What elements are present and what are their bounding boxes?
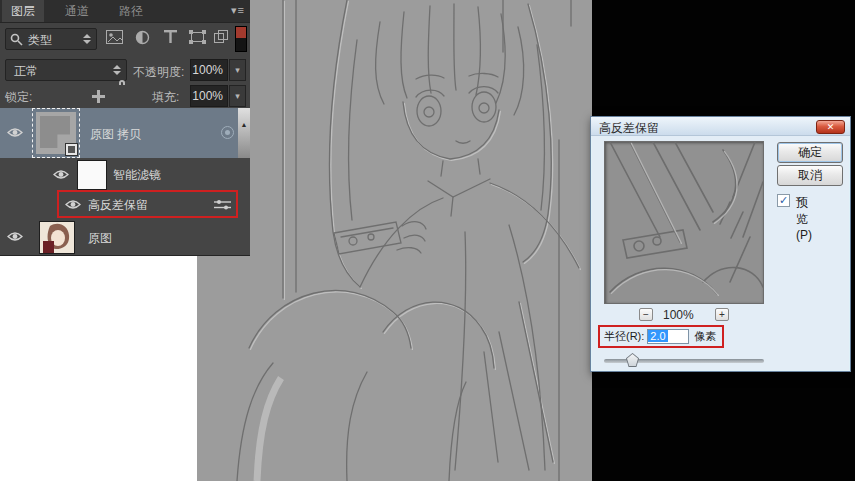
layer-name[interactable]: 智能滤镜: [113, 167, 161, 184]
tab-paths[interactable]: 路径: [110, 0, 152, 22]
filter-adjustment-layers-icon[interactable]: [135, 30, 150, 45]
eye-icon[interactable]: [53, 169, 69, 180]
tab-channels[interactable]: 通道: [56, 0, 98, 22]
radius-input[interactable]: 2.0: [647, 329, 689, 344]
filter-type-dropdown[interactable]: 类型: [5, 28, 97, 50]
high-pass-dialog: 高反差保留 ✕ − 100% +: [590, 116, 851, 372]
filter-shape-layers-icon[interactable]: [189, 30, 206, 44]
opacity-caret-icon[interactable]: ▾: [229, 59, 246, 81]
layer-thumbnail[interactable]: [39, 221, 75, 254]
highpass-artwork: [197, 0, 592, 481]
opacity-value[interactable]: 100%: [190, 59, 228, 81]
smart-object-badge-icon: [65, 143, 78, 156]
eye-icon[interactable]: [7, 127, 23, 138]
radius-slider-thumb[interactable]: [626, 353, 639, 367]
filter-smart-objects-icon[interactable]: [214, 30, 229, 44]
filter-switch-icon[interactable]: [235, 26, 247, 52]
dialog-titlebar[interactable]: 高反差保留 ✕: [591, 117, 850, 136]
radius-unit-label: 像素: [694, 329, 716, 344]
updown-arrows-icon: [83, 34, 91, 44]
zoom-out-button[interactable]: −: [639, 308, 653, 321]
canvas-image: [197, 0, 592, 481]
preview-checkbox-label: 预览(P): [796, 194, 812, 242]
opacity-label: 不透明度:: [133, 64, 184, 81]
ok-button[interactable]: 确定: [777, 142, 843, 163]
layer-row-original[interactable]: 原图: [0, 219, 250, 255]
radius-label: 半径(R):: [604, 329, 644, 344]
lock-label: 锁定:: [5, 89, 32, 106]
preview-checkbox[interactable]: ✓: [777, 194, 790, 207]
layer-row-copy[interactable]: 原图 拷贝 ▲: [0, 108, 250, 158]
fill-label: 填充:: [152, 89, 179, 106]
layer-filter-row: 类型: [0, 23, 250, 56]
layer-row-smart-filters[interactable]: 智能滤镜: [0, 158, 250, 190]
panel-menu-icon[interactable]: ▾≡: [231, 4, 245, 17]
eye-icon[interactable]: [7, 231, 23, 242]
layer-thumbnail[interactable]: [36, 112, 76, 154]
updown-arrows-icon: [113, 65, 121, 75]
smart-filter-indicator-icon[interactable]: [221, 126, 234, 139]
filter-mask-thumbnail[interactable]: [77, 160, 107, 190]
dialog-title: 高反差保留: [599, 120, 659, 137]
high-pass-red-highlight: [57, 190, 238, 218]
panel-scrollbar[interactable]: ▲: [238, 108, 250, 158]
blend-mode-dropdown[interactable]: 正常: [5, 59, 127, 81]
zoom-in-button[interactable]: +: [715, 308, 729, 321]
layers-panel: 图层 通道 路径 ▾≡ 类型: [0, 0, 250, 256]
filter-type-label: 类型: [28, 32, 52, 49]
search-icon: [10, 33, 23, 46]
blend-mode-value: 正常: [14, 63, 38, 80]
panel-tabbar: 图层 通道 路径 ▾≡: [0, 0, 250, 23]
blend-row: 正常 不透明度: 100% ▾: [0, 57, 250, 84]
lock-row: 锁定: 填充: 100% ▾: [0, 85, 250, 108]
preview-zoom-level: 100%: [663, 308, 694, 322]
filter-pixel-layers-icon[interactable]: [106, 30, 123, 44]
filter-type-layers-icon[interactable]: [164, 30, 177, 44]
scroll-up-icon[interactable]: ▲: [241, 121, 248, 128]
cancel-button[interactable]: 取消: [777, 165, 843, 186]
layer-name[interactable]: 原图 拷贝: [90, 126, 141, 143]
filter-preview[interactable]: [604, 141, 764, 304]
radius-slider[interactable]: [604, 355, 764, 367]
fill-caret-icon[interactable]: ▾: [229, 85, 246, 107]
fill-value[interactable]: 100%: [190, 85, 228, 107]
close-button[interactable]: ✕: [816, 120, 845, 134]
layer-name[interactable]: 原图: [88, 230, 112, 247]
radius-value-selected: 2.0: [648, 330, 667, 342]
radius-row-red-highlight: 半径(R): 2.0 像素: [598, 325, 724, 348]
tab-layers[interactable]: 图层: [2, 0, 44, 22]
photoshop-screenshot: 图层 通道 路径 ▾≡ 类型: [0, 0, 855, 481]
